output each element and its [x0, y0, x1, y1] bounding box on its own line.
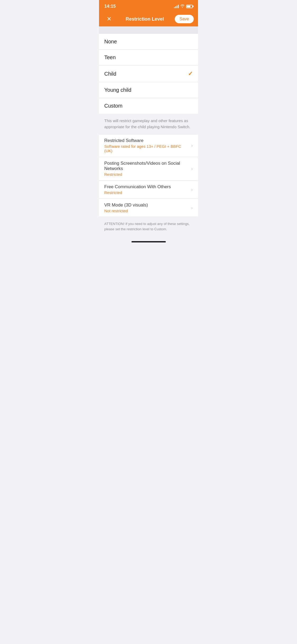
home-bar [131, 241, 166, 242]
save-button[interactable]: Save [175, 15, 194, 23]
restriction-label-teen: Teen [104, 54, 116, 61]
status-icons [174, 4, 193, 8]
restriction-label-custom: Custom [104, 103, 122, 109]
close-button[interactable]: ✕ [103, 13, 115, 25]
settings-item-vr-mode[interactable]: VR Mode (3D visuals)Not restricted› [99, 199, 198, 217]
settings-item-value-vr-mode: Not restricted [104, 209, 188, 213]
settings-item-value-free-communication: Restricted [104, 190, 188, 195]
chevron-icon-vr-mode: › [191, 205, 193, 211]
home-indicator [99, 236, 198, 245]
restriction-item-teen[interactable]: Teen [99, 50, 198, 66]
settings-item-title-screenshots-videos: Posting Screenshots/Videos on Social Net… [104, 161, 188, 171]
settings-item-title-restricted-software: Restricted Software [104, 138, 188, 143]
wifi-icon [180, 4, 185, 8]
status-bar: 14:15 [99, 0, 198, 12]
restriction-level-list: NoneTeenChild✓Young childCustom [99, 34, 198, 114]
settings-item-content-vr-mode: VR Mode (3D visuals)Not restricted [104, 203, 188, 213]
settings-item-content-screenshots-videos: Posting Screenshots/Videos on Social Net… [104, 161, 188, 177]
settings-item-screenshots-videos[interactable]: Posting Screenshots/Videos on Social Net… [99, 157, 198, 181]
restriction-label-child: Child [104, 71, 116, 77]
settings-item-free-communication[interactable]: Free Communication With OthersRestricted… [99, 181, 198, 199]
attention-text: ATTENTION! If you need to adjust any of … [104, 222, 190, 231]
restriction-label-none: None [104, 39, 117, 45]
chevron-icon-restricted-software: › [191, 143, 193, 148]
settings-item-content-restricted-software: Restricted SoftwareSoftware rated for ag… [104, 138, 188, 153]
restriction-label-young-child: Young child [104, 87, 131, 93]
restriction-item-custom[interactable]: Custom [99, 98, 198, 114]
settings-item-restricted-software[interactable]: Restricted SoftwareSoftware rated for ag… [99, 134, 198, 157]
restriction-item-none[interactable]: None [99, 34, 198, 50]
settings-item-title-free-communication: Free Communication With Others [104, 184, 188, 190]
settings-item-value-restricted-software: Software rated for ages 13+ / PEGI + BBF… [104, 144, 188, 153]
settings-section: Restricted SoftwareSoftware rated for ag… [99, 134, 198, 217]
description-box: This will restrict gameplay and other fe… [99, 114, 198, 134]
description-text: This will restrict gameplay and other fe… [104, 118, 190, 129]
chevron-icon-screenshots-videos: › [191, 166, 193, 172]
status-time: 14:15 [104, 4, 116, 9]
page-title: Restriction Level [126, 16, 164, 22]
signal-icon [174, 4, 179, 8]
chevron-icon-free-communication: › [191, 187, 193, 192]
restriction-item-young-child[interactable]: Young child [99, 82, 198, 98]
restriction-item-child[interactable]: Child✓ [99, 66, 198, 82]
checkmark-child: ✓ [188, 70, 193, 77]
settings-item-value-screenshots-videos: Restricted [104, 172, 188, 177]
settings-item-content-free-communication: Free Communication With OthersRestricted [104, 184, 188, 195]
nav-bar: ✕ Restriction Level Save [99, 12, 198, 26]
attention-note: ATTENTION! If you need to adjust any of … [99, 217, 198, 236]
section-spacer [99, 26, 198, 34]
settings-item-title-vr-mode: VR Mode (3D visuals) [104, 203, 188, 208]
battery-icon [186, 5, 193, 8]
